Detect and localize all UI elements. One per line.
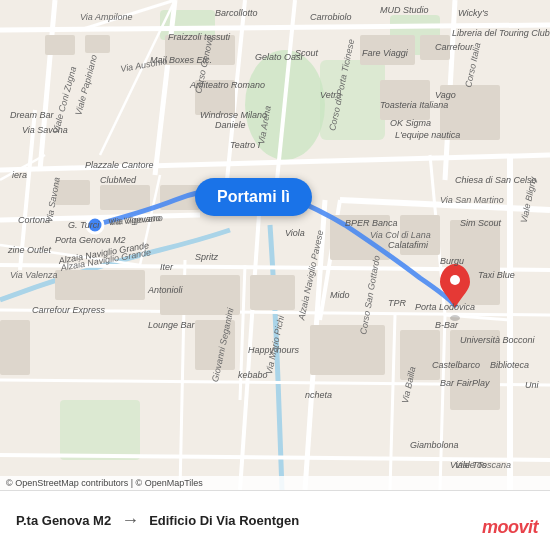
svg-rect-45 (250, 275, 295, 310)
svg-rect-47 (400, 215, 440, 255)
svg-rect-35 (45, 35, 75, 55)
svg-rect-42 (55, 270, 145, 300)
svg-rect-49 (400, 330, 440, 380)
svg-rect-41 (195, 80, 235, 115)
destination-label: Edificio Di Via Roentgen (149, 513, 299, 528)
svg-rect-56 (440, 85, 500, 140)
bottom-bar: P.ta Genova M2 → Edificio Di Via Roentge… (0, 490, 550, 550)
origin-label: P.ta Genova M2 (16, 513, 111, 528)
svg-rect-54 (420, 35, 450, 60)
moovit-text: moovit (482, 517, 538, 537)
arrow-icon: → (121, 510, 139, 531)
svg-rect-38 (100, 185, 150, 210)
svg-rect-37 (55, 180, 90, 205)
svg-rect-43 (160, 275, 240, 315)
map-attribution: © OpenStreetMap contributors | © OpenMap… (0, 476, 550, 490)
svg-rect-50 (450, 330, 500, 410)
map-container: Via Vigevano Alzaia Naviglio Grande Barc… (0, 0, 550, 490)
portami-button[interactable]: Portami lì (195, 178, 312, 216)
svg-point-57 (87, 217, 103, 233)
svg-point-58 (450, 315, 460, 321)
svg-rect-52 (0, 320, 30, 375)
svg-point-59 (450, 275, 460, 285)
svg-rect-36 (85, 35, 110, 53)
svg-rect-51 (310, 325, 385, 375)
svg-rect-53 (360, 35, 415, 65)
svg-rect-4 (320, 60, 385, 140)
svg-rect-40 (165, 35, 235, 65)
svg-rect-44 (195, 320, 235, 370)
svg-rect-55 (380, 80, 430, 120)
moovit-logo: moovit (482, 517, 538, 538)
svg-rect-5 (60, 400, 140, 460)
